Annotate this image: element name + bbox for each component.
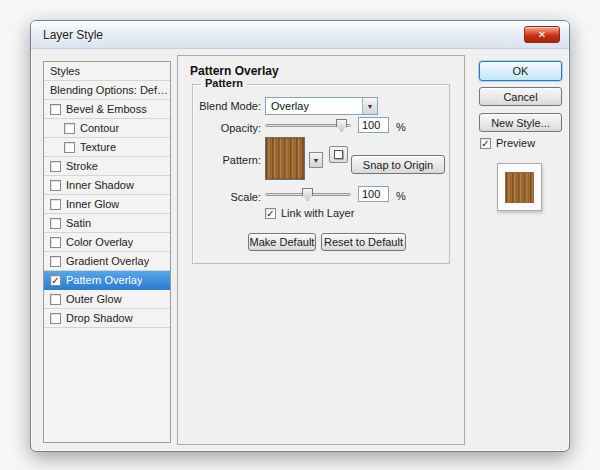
sidebar-item-label: Pattern Overlay xyxy=(66,274,142,286)
sidebar-item-contour[interactable]: Contour xyxy=(44,119,170,138)
preview-checkbox[interactable]: ✓ xyxy=(480,138,491,149)
sidebar-item-label: Texture xyxy=(80,141,116,153)
opacity-slider[interactable] xyxy=(265,118,351,133)
link-with-layer-checkbox[interactable]: ✓ xyxy=(265,208,276,219)
checkbox[interactable] xyxy=(50,237,61,248)
pattern-swatch[interactable] xyxy=(265,137,305,180)
sidebar-item-stroke[interactable]: Stroke xyxy=(44,157,170,176)
blend-mode-label: Blend Mode: xyxy=(193,100,261,112)
sidebar-item-inner-shadow[interactable]: Inner Shadow xyxy=(44,176,170,195)
checkbox[interactable] xyxy=(50,180,61,191)
blend-mode-value: Overlay xyxy=(266,100,362,112)
sidebar-item-bevel-emboss[interactable]: Bevel & Emboss xyxy=(44,100,170,119)
cancel-button[interactable]: Cancel xyxy=(479,87,562,106)
sidebar-item-label: Satin xyxy=(66,217,91,229)
close-icon: ✕ xyxy=(538,29,546,40)
new-style-button[interactable]: New Style... xyxy=(479,113,562,132)
panel-title: Pattern Overlay xyxy=(190,64,279,78)
dialog-title: Layer Style xyxy=(43,21,103,49)
opacity-unit: % xyxy=(396,121,406,133)
sidebar-item-gradient-overlay[interactable]: Gradient Overlay xyxy=(44,252,170,271)
opacity-label: Opacity: xyxy=(193,122,261,134)
sidebar-item-label: Bevel & Emboss xyxy=(66,103,147,115)
pattern-label: Pattern: xyxy=(193,154,261,166)
group-legend: Pattern xyxy=(201,77,247,89)
pattern-picker-arrow[interactable]: ▼ xyxy=(309,152,323,168)
link-with-layer-label: Link with Layer xyxy=(281,207,354,219)
sidebar-item-satin[interactable]: Satin xyxy=(44,214,170,233)
layer-style-dialog: Layer Style ✕ Styles Blending Options: D… xyxy=(30,20,570,452)
screen-background: Layer Style ✕ Styles Blending Options: D… xyxy=(0,0,600,470)
make-default-button[interactable]: Make Default xyxy=(248,233,316,251)
sidebar-item-outer-glow[interactable]: Outer Glow xyxy=(44,290,170,309)
checkbox[interactable] xyxy=(50,161,61,172)
checkbox[interactable] xyxy=(50,294,61,305)
sidebar-item-color-overlay[interactable]: Color Overlay xyxy=(44,233,170,252)
sidebar-item-label: Blending Options: Default xyxy=(50,84,170,96)
sidebar-item-drop-shadow[interactable]: Drop Shadow xyxy=(44,309,170,328)
opacity-slider-thumb[interactable] xyxy=(336,119,347,132)
checkbox[interactable]: ✓ xyxy=(50,275,61,286)
sidebar-item-pattern-overlay[interactable]: ✓ Pattern Overlay xyxy=(44,271,170,290)
sidebar-item-label: Gradient Overlay xyxy=(66,255,149,267)
sidebar-item-inner-glow[interactable]: Inner Glow xyxy=(44,195,170,214)
preview-label: Preview xyxy=(496,137,535,149)
pattern-overlay-panel: Pattern Overlay Pattern Blend Mode: Over… xyxy=(177,55,465,445)
styles-list: Styles Blending Options: Default Bevel &… xyxy=(43,61,171,443)
new-preset-icon xyxy=(334,150,343,159)
sidebar-item-label: Color Overlay xyxy=(66,236,133,248)
checkbox[interactable] xyxy=(50,256,61,267)
checkbox[interactable] xyxy=(50,218,61,229)
snap-to-origin-button[interactable]: Snap to Origin xyxy=(351,155,445,174)
scale-input[interactable] xyxy=(358,186,389,202)
close-button[interactable]: ✕ xyxy=(524,26,560,43)
style-preview-thumbnail xyxy=(497,163,542,211)
pattern-group: Pattern Blend Mode: Overlay ▼ Opacity: %… xyxy=(192,84,450,264)
blend-mode-select[interactable]: Overlay ▼ xyxy=(265,97,378,115)
chevron-down-icon[interactable]: ▼ xyxy=(362,98,377,114)
scale-slider-thumb[interactable] xyxy=(302,188,313,201)
sidebar-item-label: Contour xyxy=(80,122,119,134)
ok-button[interactable]: OK xyxy=(479,61,562,81)
sidebar-item-texture[interactable]: Texture xyxy=(44,138,170,157)
new-pattern-preset-button[interactable] xyxy=(329,146,348,163)
checkbox[interactable] xyxy=(50,313,61,324)
sidebar-item-label: Outer Glow xyxy=(66,293,122,305)
sidebar-item-label: Inner Shadow xyxy=(66,179,134,191)
scale-label: Scale: xyxy=(193,191,261,203)
checkbox[interactable] xyxy=(64,123,75,134)
sidebar-item-label: Inner Glow xyxy=(66,198,119,210)
reset-to-default-button[interactable]: Reset to Default xyxy=(321,233,406,251)
link-with-layer-row[interactable]: ✓ Link with Layer xyxy=(265,207,354,219)
preview-pattern-image xyxy=(505,172,534,203)
sidebar-item-label: Drop Shadow xyxy=(66,312,133,324)
checkbox[interactable] xyxy=(50,104,61,115)
opacity-input[interactable] xyxy=(358,117,389,133)
scale-unit: % xyxy=(396,190,406,202)
titlebar[interactable]: Layer Style ✕ xyxy=(31,21,569,49)
sidebar-item-blending-options[interactable]: Blending Options: Default xyxy=(44,81,170,100)
scale-slider[interactable] xyxy=(265,187,351,202)
sidebar-item-styles[interactable]: Styles xyxy=(44,62,170,81)
chevron-down-icon: ▼ xyxy=(313,157,320,164)
preview-row[interactable]: ✓ Preview xyxy=(480,137,535,149)
sidebar-item-label: Styles xyxy=(50,65,80,77)
checkbox[interactable] xyxy=(50,199,61,210)
checkbox[interactable] xyxy=(64,142,75,153)
sidebar-item-label: Stroke xyxy=(66,160,98,172)
